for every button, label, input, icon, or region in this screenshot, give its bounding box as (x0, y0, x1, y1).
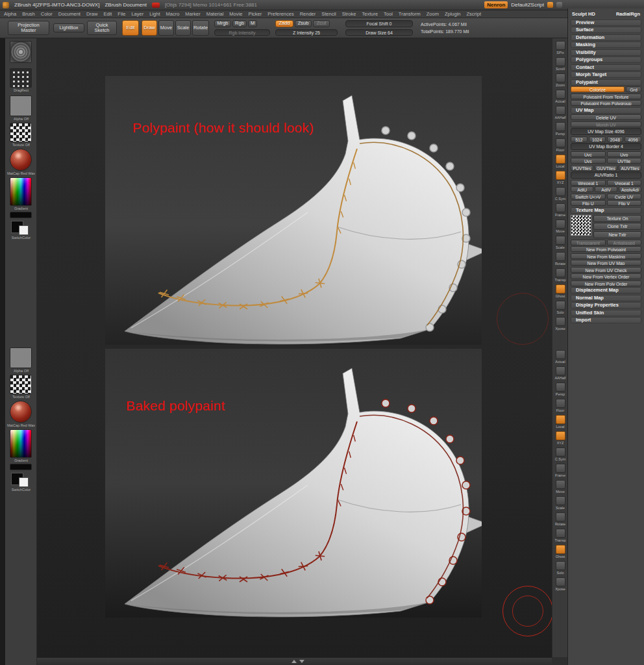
subpalette-header[interactable]: Contact (571, 64, 641, 71)
shelf-item[interactable]: Floor (553, 397, 567, 414)
new-from-button[interactable]: New From Vertex Order (571, 273, 641, 279)
subpalette-header-texture-map[interactable]: Texture Map (571, 207, 641, 214)
projection-master-button[interactable]: Projection Master (8, 21, 49, 35)
menu-item[interactable]: Stroke (342, 11, 356, 17)
shelf-item[interactable]: Solo (553, 299, 567, 316)
scroll-up-icon[interactable] (291, 660, 297, 663)
move-button[interactable]: Move (158, 20, 174, 36)
subpalette-header[interactable]: Morph Target (571, 71, 641, 78)
shelf-item[interactable]: Rotate (553, 511, 567, 527)
current-material-thumbnail[interactable] (10, 401, 32, 423)
menu-item[interactable]: Layer (131, 11, 143, 17)
shelf-item[interactable]: Frame (553, 202, 567, 218)
applyadj-button[interactable]: ApplyAdj (619, 186, 641, 192)
menu-item[interactable]: Material (206, 11, 224, 17)
adjv-button[interactable]: AdjV (595, 186, 617, 192)
subpalette-header[interactable]: Polygroups (571, 56, 641, 63)
shelf-item[interactable]: XYZ (553, 169, 567, 186)
zcut-button[interactable]: Zcut (313, 20, 330, 27)
document-canvas[interactable]: Polypaint (how it should look) Baked pol… (37, 38, 552, 657)
uv-map-size-slider[interactable]: UV Map Size 4096 (571, 128, 641, 135)
uv-size-preset-button[interactable]: 4096 (625, 136, 641, 142)
uv-size-preset-button[interactable]: 512 (571, 136, 588, 142)
delete-uv-button[interactable]: Delete UV (571, 114, 641, 120)
shelf-item[interactable]: Xpose (553, 576, 567, 592)
texture-map-thumbnail[interactable] (571, 215, 591, 236)
draw-size-slider[interactable]: Draw Size 64 (345, 29, 413, 36)
uvs-button[interactable]: Uvs (571, 158, 606, 164)
shelf-item[interactable]: Scale (553, 234, 567, 251)
shelf-item[interactable]: AAHalf (553, 365, 567, 381)
shelf-item[interactable]: Transp (553, 267, 567, 283)
subpalette-header[interactable]: Unified Skin (571, 310, 641, 316)
menu-item[interactable]: Tool (384, 11, 393, 17)
subpalette-header[interactable]: Masking (571, 42, 641, 48)
cycle-uv-button[interactable]: Cycle UV (607, 194, 642, 199)
shelf-item[interactable]: Scroll (553, 56, 567, 72)
texture-on-button[interactable]: Texture On (593, 215, 641, 222)
rgb-button[interactable]: Rgb (232, 20, 247, 27)
subpalette-header[interactable]: Surface (571, 27, 641, 33)
subpalette-header[interactable]: Normal Map (571, 295, 641, 301)
shelf-item[interactable]: Persp (553, 121, 567, 137)
canvas-scroll-arrows[interactable] (291, 660, 304, 663)
current-stroke-thumbnail[interactable] (10, 68, 32, 88)
scale-button[interactable]: Scale (175, 20, 191, 36)
shelf-item[interactable]: Solo (553, 560, 567, 576)
menu-item[interactable]: Color (41, 11, 53, 17)
new-from-button[interactable]: New From UV Check (571, 267, 641, 273)
color-picker[interactable] (10, 429, 32, 458)
menu-item[interactable]: Movie (229, 11, 242, 17)
uv-map-border-slider[interactable]: UV Map Border 4 (571, 143, 641, 150)
shelf-item[interactable]: Xpose (553, 316, 567, 332)
polypaint-from-texture-button[interactable]: Polypaint From Texture (571, 94, 641, 99)
uv-size-preset-button[interactable]: 1024 (589, 136, 606, 142)
menu-item[interactable]: Texture (362, 11, 378, 17)
z-intensity-slider[interactable]: Z Intensity 25 (275, 29, 338, 36)
adju-button[interactable]: AdjU (571, 186, 593, 192)
current-brush-thumbnail[interactable] (10, 41, 32, 63)
shelf-item[interactable]: C.Sym (553, 186, 567, 202)
vrepeat-slider[interactable]: Vrepeat 1 (607, 180, 642, 186)
new-from-button[interactable]: New From UV Map (571, 260, 641, 266)
rotation-gizmo[interactable] (502, 586, 553, 636)
current-alpha-thumbnail[interactable] (10, 95, 32, 116)
menu-item[interactable]: Picker (248, 11, 262, 17)
switch-color-widget[interactable] (11, 221, 32, 235)
shelf-item[interactable]: Local (553, 153, 567, 169)
menu-item[interactable]: File (118, 11, 125, 17)
new-from-button[interactable]: New From Poly Order (571, 281, 641, 286)
new-txtr-button[interactable]: New Txtr (593, 231, 641, 238)
auvtiles-button[interactable]: AUVTiles (619, 165, 641, 171)
shelf-item[interactable]: Actual (553, 349, 567, 365)
gradient-swatch[interactable] (10, 464, 32, 470)
subpalette-header[interactable]: Visibility (571, 49, 641, 56)
morph-uv-button[interactable]: Morph UV (571, 121, 641, 127)
new-from-button[interactable]: New From Masking (571, 253, 641, 259)
zscript-icon[interactable] (547, 2, 553, 8)
rotate-button[interactable]: Rotate (192, 20, 209, 36)
current-alpha-thumbnail[interactable] (10, 347, 32, 368)
menu-item[interactable]: Alpha (4, 11, 16, 17)
transparent-button[interactable]: Transparent (571, 240, 606, 245)
uvc-button[interactable]: Uvc (571, 151, 606, 157)
wrepeat-slider[interactable]: Wrepeat 1 (571, 180, 606, 186)
menu-item[interactable]: Render (300, 11, 316, 17)
shelf-item[interactable]: XYZ (553, 430, 567, 446)
edit-button[interactable]: Edit (122, 20, 139, 36)
shelf-item[interactable]: Persp (553, 381, 567, 397)
shelf-item[interactable]: Ghost (553, 283, 567, 299)
menu-item[interactable]: Stencil (321, 11, 336, 17)
subpalette-header[interactable]: Displacement Map (571, 287, 641, 294)
menu-item[interactable]: Document (58, 11, 80, 17)
subpalette-header[interactable]: Display Properties (571, 302, 641, 308)
switch-color-widget[interactable] (11, 473, 32, 487)
menu-item[interactable]: Macro (166, 11, 179, 17)
menu-item[interactable]: Zoom (427, 11, 439, 17)
grd-button[interactable]: Grd (626, 86, 641, 92)
flip-v-button[interactable]: Flip V (607, 200, 642, 206)
shelf-item[interactable]: Frame (553, 462, 567, 479)
shelf-item[interactable]: Ghost (553, 544, 567, 560)
focal-shift-slider[interactable]: Focal Shift 0 (345, 20, 413, 27)
current-texture-thumbnail[interactable] (10, 375, 32, 394)
